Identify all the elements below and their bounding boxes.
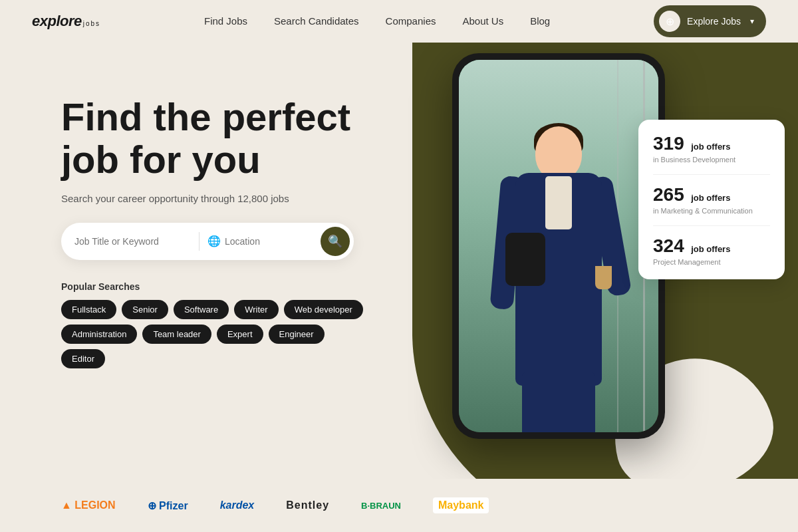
stat-row-1: 319 job offers in Business Development xyxy=(653,133,770,164)
tag-team-leader[interactable]: Team leader xyxy=(142,325,211,344)
brand-pfizer: ⊕ Pfizer xyxy=(148,499,188,512)
phone-outer xyxy=(452,53,665,439)
brand-legion-label: ▲ LEGION xyxy=(61,499,116,511)
hero-title-line2: job for you xyxy=(61,138,261,181)
tag-administration[interactable]: Administration xyxy=(61,325,137,344)
person-shirt xyxy=(545,176,572,229)
brand-bentley-label: Bentley xyxy=(286,499,329,511)
explore-jobs-button[interactable]: ⊕ Explore Jobs ▾ xyxy=(654,5,766,37)
tag-senior[interactable]: Senior xyxy=(122,300,168,319)
brand-pfizer-label: ⊕ Pfizer xyxy=(148,499,188,512)
stat-divider-1 xyxy=(653,174,770,175)
brand-bbraun-label: B·BRAUN xyxy=(361,501,401,511)
tags-row: Fullstack Senior Software Writer Web dev… xyxy=(61,300,367,368)
globe-icon: 🌐 xyxy=(207,235,221,247)
stat-sub-3: Project Management xyxy=(653,258,770,266)
nav-companies[interactable]: Companies xyxy=(386,15,436,27)
nav-find-jobs[interactable]: Find Jobs xyxy=(204,15,247,27)
hero-title: Find the perfect job for you xyxy=(61,96,380,181)
brand-bentley: Bentley xyxy=(286,499,329,511)
brand-legion: ▲ LEGION xyxy=(61,499,116,511)
nav-cta-label: Explore Jobs xyxy=(687,16,741,27)
search-icon: 🔍 xyxy=(328,234,342,249)
stat-number-2: 265 xyxy=(653,184,684,205)
stat-divider-2 xyxy=(653,225,770,226)
search-bar: 🌐 🔍 xyxy=(61,223,354,260)
tag-software[interactable]: Software xyxy=(174,300,229,319)
brand-kardex-label: kardex xyxy=(220,499,255,511)
person-image xyxy=(459,60,658,432)
search-button[interactable]: 🔍 xyxy=(321,227,350,256)
brand-maybank-label: Maybank xyxy=(438,499,483,511)
tag-expert[interactable]: Expert xyxy=(217,325,263,344)
nav-about-us[interactable]: About Us xyxy=(462,15,503,27)
phone-mockup xyxy=(452,53,665,439)
tag-web-developer[interactable]: Web developer xyxy=(284,300,363,319)
search-divider xyxy=(199,232,200,251)
brand-kardex: kardex xyxy=(220,499,255,511)
person-head xyxy=(535,126,582,180)
location-input[interactable] xyxy=(225,236,321,247)
stat-label-2: job offers xyxy=(691,193,730,203)
person-bag xyxy=(505,233,545,286)
stats-card: 319 job offers in Business Development 2… xyxy=(638,120,785,279)
phone-screen xyxy=(459,60,658,432)
brand-maybank: Maybank xyxy=(433,497,489,513)
nav-cta-icon: ⊕ xyxy=(659,11,680,32)
logo-text: explore xyxy=(32,13,82,30)
stat-number-3: 324 xyxy=(653,235,684,256)
stat-label-3: job offers xyxy=(691,244,730,254)
navbar: explore jobs Find Jobs Search Candidates… xyxy=(0,0,798,43)
tag-writer[interactable]: Writer xyxy=(234,300,278,319)
nav-search-candidates[interactable]: Search Candidates xyxy=(274,15,359,27)
logo[interactable]: explore jobs xyxy=(32,13,100,30)
brands-bar: ▲ LEGION ⊕ Pfizer kardex Bentley B·BRAUN… xyxy=(0,479,798,532)
stat-number-1: 319 xyxy=(653,133,684,154)
tag-fullstack[interactable]: Fullstack xyxy=(61,300,116,319)
tag-editor[interactable]: Editor xyxy=(61,349,105,368)
nav-links: Find Jobs Search Candidates Companies Ab… xyxy=(204,15,550,27)
stat-row-3: 324 job offers Project Management xyxy=(653,235,770,266)
stat-sub-2: in Marketing & Communication xyxy=(653,207,770,215)
stat-row-2: 265 job offers in Marketing & Communicat… xyxy=(653,184,770,215)
keyword-input[interactable] xyxy=(74,236,191,247)
hero-left: Find the perfect job for you Search your… xyxy=(61,56,447,532)
nav-blog[interactable]: Blog xyxy=(530,15,550,27)
hero-subtitle: Search your career opportunity through 1… xyxy=(61,193,447,204)
location-wrap: 🌐 xyxy=(207,235,321,247)
person-legs xyxy=(522,372,595,432)
hero-right: 319 job offers in Business Development 2… xyxy=(412,0,798,492)
tag-engineer[interactable]: Engineer xyxy=(269,325,325,344)
stat-label-1: job offers xyxy=(691,142,730,152)
person-shape xyxy=(492,113,625,432)
person-cup xyxy=(595,266,612,289)
hero-title-line1: Find the perfect xyxy=(61,95,350,138)
brand-bbraun: B·BRAUN xyxy=(361,501,401,511)
chevron-down-icon: ▾ xyxy=(750,17,754,26)
stat-sub-1: in Business Development xyxy=(653,156,770,164)
logo-sub: jobs xyxy=(83,20,100,27)
popular-label: Popular Searches xyxy=(61,281,447,292)
